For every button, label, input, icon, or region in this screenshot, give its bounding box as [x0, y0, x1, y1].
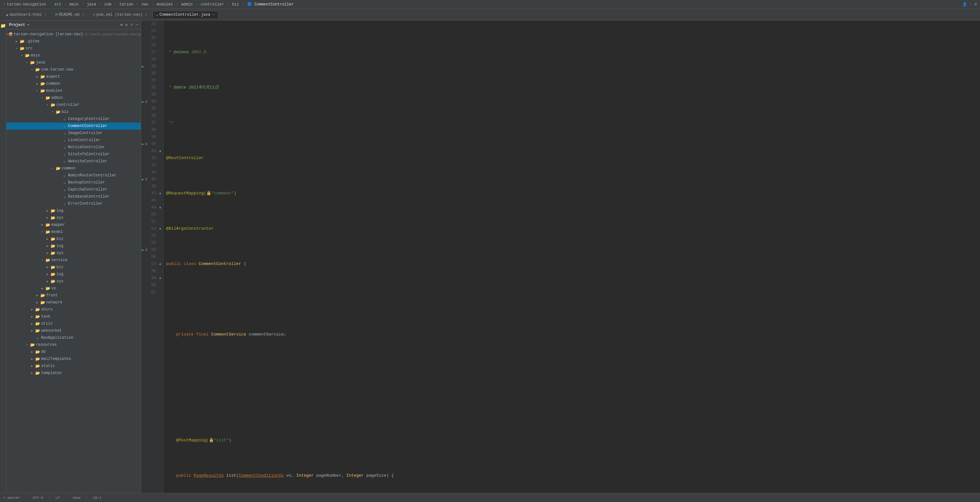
- tree-biz[interactable]: ▾ 📂 biz: [6, 108, 141, 115]
- tree-service-biz[interactable]: ▶ 📂 biz: [6, 264, 141, 271]
- tree-model-biz[interactable]: ▶ 📂 biz: [6, 236, 141, 242]
- tree-admin-router[interactable]: ▶ ☕ AdminRouterController: [6, 172, 141, 179]
- tree-comment-controller[interactable]: ▶ ☕ CommentController: [6, 123, 141, 129]
- tree-nav-application[interactable]: ▶ ☕ NavApplication: [6, 334, 141, 341]
- tree-db-label: db: [41, 350, 46, 354]
- line-ending-status[interactable]: LF: [56, 496, 60, 500]
- tree-log[interactable]: ▶ 📂 log: [6, 207, 141, 214]
- tab-pom[interactable]: m pom.xml (tarzan-nav) ×: [89, 11, 151, 18]
- tree-model-log[interactable]: ▶ 📂 log: [6, 242, 141, 250]
- git-status[interactable]: ⬆ master: [3, 496, 20, 500]
- debug-icon-40[interactable]: ⏸: [144, 142, 148, 147]
- tab-dashboard[interactable]: ◈ dashboard.html ×: [3, 11, 50, 18]
- tree-image-controller[interactable]: ▶ ☕ ImageController: [6, 129, 141, 137]
- tab-close-comment-controller[interactable]: ×: [213, 13, 215, 17]
- tree-templates[interactable]: ▶ 📂 templates: [6, 370, 141, 376]
- tree-java[interactable]: ▾ 📂 java: [6, 59, 141, 66]
- vcs-icon[interactable]: ↑: [970, 2, 972, 7]
- encoding-status[interactable]: UTF-8: [32, 496, 43, 500]
- run-icon-55[interactable]: ▶: [142, 248, 144, 252]
- tree-category-controller[interactable]: ▶ ☕ CategoryController: [6, 115, 141, 123]
- debug-icon-34[interactable]: ⏸: [144, 99, 148, 104]
- tree-backup[interactable]: ▶ ☕ BackupController: [6, 179, 141, 186]
- tree-task-label: task: [41, 314, 50, 319]
- eg-34: [157, 98, 163, 105]
- tree-link-controller[interactable]: ▶ ☕ LinkController: [6, 137, 141, 144]
- tree-notice-controller[interactable]: ▶ ☕ NoticeController: [6, 144, 141, 151]
- tree-sys[interactable]: ▶ 📂 sys: [6, 214, 141, 222]
- tree-model[interactable]: ▾ 📂 model: [6, 228, 141, 236]
- tree-static[interactable]: ▶ 📂 static: [6, 362, 141, 370]
- tree-gitee[interactable]: ▶ 📂 .gitee: [6, 38, 141, 45]
- tree-modules[interactable]: ▾ 📂 modules: [6, 87, 141, 94]
- tab-readme[interactable]: M README.md ×: [52, 11, 87, 18]
- tree-src[interactable]: ▾ 📂 src: [6, 45, 141, 52]
- tree-db[interactable]: ▶ 📂 db: [6, 348, 141, 355]
- project-header-icons[interactable]: ⚙ ⇅ ⤢ —: [120, 22, 138, 27]
- tree-root[interactable]: ▾ 📦 tarzan-navigation [tarzan-nav] E:\wo…: [6, 31, 141, 38]
- tree-shiro[interactable]: ▶ 📂 shiro: [6, 306, 141, 313]
- tree-model-log-label: log: [56, 244, 64, 248]
- tree-resources[interactable]: ▾ 📂 resources: [6, 341, 141, 348]
- tree-front[interactable]: ▶ 📂 front: [6, 292, 141, 299]
- window-controls[interactable]: 👤 ↑ ≡: [963, 2, 977, 7]
- tree-network[interactable]: ▶ 📂 network: [6, 299, 141, 306]
- eg-28: [157, 56, 163, 63]
- tree-task[interactable]: ▶ 📂 task: [6, 313, 141, 320]
- project-dropdown-arrow[interactable]: ▾: [27, 22, 29, 27]
- fold-icon-49[interactable]: ⟩: [155, 206, 157, 209]
- code-line-32: [166, 366, 977, 373]
- fold-icon-41[interactable]: ⟩: [155, 149, 157, 153]
- sort-icon[interactable]: ⇅: [126, 22, 127, 27]
- run-icon-45[interactable]: ▶: [142, 177, 144, 182]
- tree-service[interactable]: ▾ 📂 service: [6, 257, 141, 264]
- gutter-58: 58: [141, 268, 157, 274]
- tree-mail[interactable]: ▶ 📂 mailTemplates: [6, 355, 141, 362]
- tree-model-sys[interactable]: ▶ 📂 sys: [6, 250, 141, 257]
- tree-vo[interactable]: ▶ 📂 vo: [6, 285, 141, 292]
- tab-close-pom[interactable]: ×: [145, 13, 147, 17]
- run-icon-29[interactable]: ▶: [142, 64, 144, 69]
- close-panel-icon[interactable]: —: [136, 22, 138, 27]
- tree-main[interactable]: ▾ 📂 main: [6, 52, 141, 59]
- tree-service-log-label: log: [56, 272, 64, 277]
- tree-error[interactable]: ▶ ☕ ErrorController: [6, 200, 141, 207]
- tree-common-top[interactable]: ▶ 📂 common: [6, 80, 141, 87]
- project-sidebar-icon[interactable]: 📁: [0, 23, 6, 29]
- tree-com-tarzan-nav[interactable]: ▾ 📂 com.tarzan.nav: [6, 66, 141, 73]
- user-icon[interactable]: 👤: [963, 2, 967, 7]
- run-icon-34[interactable]: ▶: [142, 99, 144, 104]
- fold-icon-57[interactable]: ⟩: [155, 262, 157, 266]
- tree-websocket[interactable]: ▶ 📂 websocket: [6, 327, 141, 334]
- java-notice-icon: ☕: [63, 145, 65, 150]
- fold-icon-59[interactable]: ⟩: [155, 276, 157, 280]
- tree-controller[interactable]: ▾ 📂 controller: [6, 101, 141, 108]
- tree-siteinfo-controller[interactable]: ▶ ☕ SiteInfoController: [6, 151, 141, 158]
- tree-website-controller[interactable]: ▶ ☕ WebsiteController: [6, 158, 141, 165]
- tree-service-log[interactable]: ▶ 📂 log: [6, 271, 141, 278]
- tab-close-readme[interactable]: ×: [82, 13, 84, 17]
- code-line-24: * @date 2021年5月11日: [166, 84, 977, 91]
- run-icon-40[interactable]: ▶: [142, 142, 144, 147]
- fold-icon-52[interactable]: ⟩: [155, 227, 157, 231]
- language-status[interactable]: Java: [72, 496, 81, 500]
- tree-admin[interactable]: ▾ 📂 admin: [6, 94, 141, 101]
- expand-icon[interactable]: ⤢: [130, 22, 134, 27]
- tree-database[interactable]: ▶ ☕ DatabaseController: [6, 193, 141, 200]
- settings-icon[interactable]: ⚙: [120, 22, 123, 27]
- debug-icon-45[interactable]: ⏸: [144, 177, 148, 182]
- tree-mapper[interactable]: ▶ 📂 mapper: [6, 222, 141, 228]
- tab-close-dashboard[interactable]: ×: [44, 13, 46, 17]
- code-container[interactable]: 23 24 25 26 27: [141, 21, 980, 493]
- code-editor[interactable]: * @since JDK1.8 * @date 2021年5月11日 */ @R…: [164, 21, 980, 493]
- tree-aspect[interactable]: ▶ 📂 aspect: [6, 73, 141, 80]
- debug-icon-55[interactable]: ⏸: [144, 248, 148, 252]
- nav-icon[interactable]: ≡: [975, 2, 977, 7]
- tree-common-ctrl[interactable]: ▾ 📂 common: [6, 165, 141, 172]
- tab-comment-controller[interactable]: ☕ CommentController.java ×: [153, 11, 218, 18]
- tree-utils[interactable]: ▶ 📂 utils: [6, 320, 141, 327]
- tree-captcha[interactable]: ▶ ☕ CaptchaController: [6, 186, 141, 193]
- tree-service-sys[interactable]: ▶ 📂 sys: [6, 278, 141, 285]
- html-file-icon: ◈: [6, 13, 8, 17]
- fold-icon-47[interactable]: ⟩: [155, 191, 157, 195]
